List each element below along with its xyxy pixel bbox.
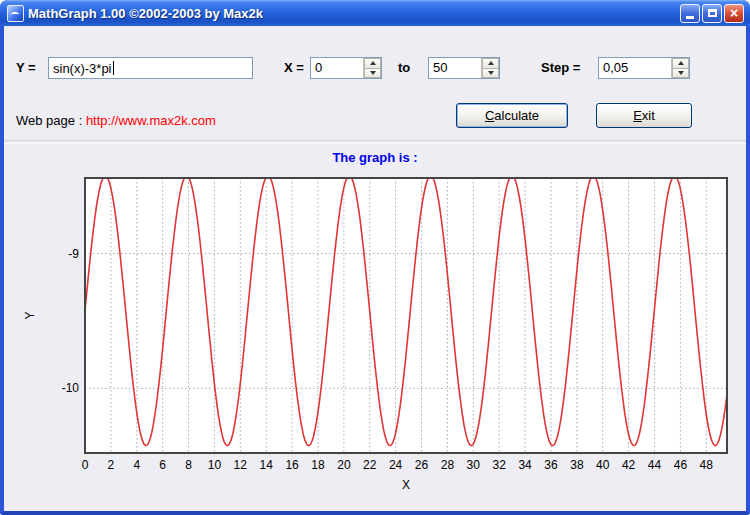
y-expression-value: sin(x)-3*pi — [53, 61, 112, 76]
step-spin-up[interactable] — [672, 58, 689, 69]
x-start-value[interactable]: 0 — [311, 58, 363, 78]
svg-text:12: 12 — [234, 458, 248, 472]
spin-down-icon — [678, 71, 684, 75]
x-end-value[interactable]: 50 — [429, 58, 481, 78]
spin-up-icon — [678, 61, 684, 65]
x-tick-labels: 0246810121416182022242628303234363840424… — [82, 458, 714, 472]
svg-text:42: 42 — [622, 458, 636, 472]
x-start-spin-up[interactable] — [364, 58, 381, 69]
svg-text:6: 6 — [159, 458, 166, 472]
step-spinner[interactable]: 0,05 — [598, 57, 690, 79]
svg-text:0: 0 — [82, 458, 89, 472]
svg-text:26: 26 — [415, 458, 429, 472]
x-end-spin-down[interactable] — [482, 69, 499, 79]
separator-line — [4, 140, 746, 144]
minimize-icon — [686, 16, 694, 19]
svg-text:34: 34 — [518, 458, 532, 472]
client-area: Y = sin(x)-3*pi X = 0 to 50 Step = 0,05 — [4, 26, 746, 511]
spin-up-icon — [370, 61, 376, 65]
y-tick-labels: -9-10 — [62, 247, 80, 396]
svg-text:28: 28 — [441, 458, 455, 472]
svg-text:32: 32 — [493, 458, 507, 472]
close-icon: × — [730, 5, 738, 22]
svg-text:38: 38 — [570, 458, 584, 472]
svg-text:8: 8 — [185, 458, 192, 472]
title-bar[interactable]: MathGraph 1.00 ©2002-2003 by Max2k × — [0, 0, 750, 26]
maximize-button[interactable] — [702, 4, 722, 23]
step-spin-down[interactable] — [672, 69, 689, 79]
x-start-spinner[interactable]: 0 — [310, 57, 382, 79]
svg-text:48: 48 — [700, 458, 714, 472]
exit-button[interactable]: Exit — [596, 103, 692, 128]
close-button[interactable]: × — [724, 4, 744, 23]
y-axis-label: Y — [23, 311, 37, 319]
step-value[interactable]: 0,05 — [599, 58, 671, 78]
window-title: MathGraph 1.00 ©2002-2003 by Max2k — [28, 6, 680, 21]
svg-text:4: 4 — [133, 458, 140, 472]
x-end-spin-up[interactable] — [482, 58, 499, 69]
minimize-button[interactable] — [680, 4, 700, 23]
app-icon — [7, 5, 24, 22]
calculate-button[interactable]: Calculate — [456, 103, 568, 128]
svg-text:16: 16 — [285, 458, 299, 472]
x-label: X = — [284, 57, 304, 79]
spin-down-icon — [488, 71, 494, 75]
svg-text:30: 30 — [467, 458, 481, 472]
svg-text:-9: -9 — [68, 247, 79, 261]
y-expression-input[interactable]: sin(x)-3*pi — [48, 57, 253, 79]
svg-text:10: 10 — [208, 458, 222, 472]
maximize-icon — [708, 9, 717, 17]
svg-text:18: 18 — [311, 458, 325, 472]
function-graph: 0246810121416182022242628303234363840424… — [20, 172, 740, 494]
x-end-spin-buttons — [481, 58, 499, 78]
x-end-spinner[interactable]: 50 — [428, 57, 500, 79]
svg-text:44: 44 — [648, 458, 662, 472]
step-spin-buttons — [671, 58, 689, 78]
x-start-spin-buttons — [363, 58, 381, 78]
webpage-line: Web page : http://www.max2k.com — [16, 110, 216, 132]
spin-down-icon — [370, 71, 376, 75]
svg-text:24: 24 — [389, 458, 403, 472]
y-label: Y = — [16, 57, 36, 79]
svg-text:-10: -10 — [62, 381, 80, 395]
to-label: to — [398, 57, 410, 79]
graph-title: The graph is : — [4, 150, 746, 165]
webpage-label: Web page : — [16, 113, 82, 128]
svg-text:20: 20 — [337, 458, 351, 472]
svg-text:46: 46 — [674, 458, 688, 472]
spin-up-icon — [488, 61, 494, 65]
x-start-spin-down[interactable] — [364, 69, 381, 79]
x-axis-label: X — [402, 478, 410, 492]
svg-text:40: 40 — [596, 458, 610, 472]
step-label: Step = — [541, 57, 580, 79]
app-window: MathGraph 1.00 ©2002-2003 by Max2k × Y =… — [0, 0, 750, 515]
webpage-link[interactable]: http://www.max2k.com — [86, 113, 216, 128]
svg-text:22: 22 — [363, 458, 377, 472]
text-caret — [113, 61, 114, 75]
window-controls: × — [680, 4, 744, 23]
svg-text:14: 14 — [260, 458, 274, 472]
svg-text:2: 2 — [108, 458, 115, 472]
svg-text:36: 36 — [544, 458, 558, 472]
plot-area — [85, 178, 727, 453]
